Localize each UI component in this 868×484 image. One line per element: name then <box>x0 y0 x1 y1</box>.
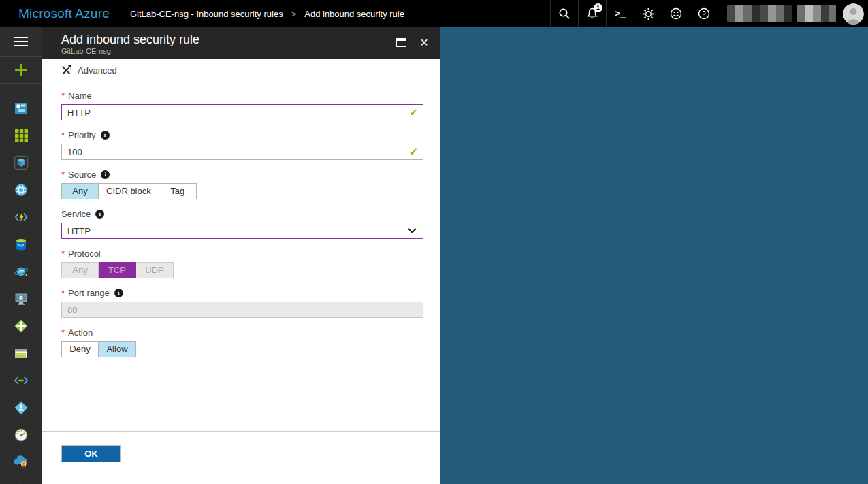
action-option-deny[interactable]: Deny <box>61 341 99 357</box>
action-toggle-group: Deny Allow <box>61 341 423 357</box>
sidebar-item-virtual-machines[interactable] <box>0 285 42 312</box>
azure-active-directory-icon <box>14 400 29 415</box>
notifications-button[interactable]: 1 <box>578 0 606 27</box>
protocol-field-group: * Protocol Any TCP UDP <box>61 248 423 278</box>
sidebar-item-resource-groups[interactable] <box>0 149 42 176</box>
blade-toolbar: Advanced <box>42 59 440 82</box>
required-marker: * <box>61 170 65 180</box>
maximize-icon[interactable] <box>396 38 406 47</box>
cloud-shell-button[interactable]: >_ <box>606 0 634 27</box>
sidebar-item-security-center[interactable] <box>0 449 42 476</box>
breadcrumb-primary[interactable]: GitLab-CE-nsg - Inbound security rules <box>130 9 283 19</box>
help-button[interactable]: ? <box>690 0 718 27</box>
info-icon[interactable]: i <box>101 131 110 140</box>
service-select[interactable]: HTTP <box>61 223 423 239</box>
protocol-toggle-group: Any TCP UDP <box>61 262 423 278</box>
avatar-icon <box>843 3 864 25</box>
info-icon[interactable]: i <box>114 289 123 297</box>
sidebar-item-cosmos-db[interactable] <box>0 258 42 285</box>
blade-header: Add inbound security rule GitLab-CE-nsg … <box>42 27 440 59</box>
sidebar-item-virtual-networks[interactable] <box>0 367 42 394</box>
avatar[interactable] <box>843 3 864 25</box>
action-label: * Action <box>61 327 423 338</box>
protocol-option-tcp: TCP <box>99 262 136 278</box>
cosmos-db-icon <box>14 264 29 279</box>
notification-badge: 1 <box>594 3 602 12</box>
tools-icon <box>61 65 71 76</box>
name-label: * Name <box>61 91 423 101</box>
azure-logo[interactable]: Microsoft Azure <box>18 6 110 21</box>
page-subtitle: GitLab-CE-nsg <box>61 47 430 56</box>
name-input[interactable] <box>61 104 423 120</box>
user-directory-blurred <box>797 5 836 22</box>
footer-divider <box>42 431 440 432</box>
service-label: Service i <box>61 209 423 219</box>
priority-input[interactable] <box>61 144 423 160</box>
topbar-actions: 1 >_ <box>550 0 868 27</box>
dashboard-icon <box>14 101 29 116</box>
sidebar-item-app-services[interactable] <box>0 176 42 204</box>
sidebar-item-azure-active-directory[interactable] <box>0 394 42 421</box>
protocol-option-any: Any <box>61 262 99 278</box>
virtual-networks-icon <box>14 373 29 388</box>
storage-accounts-icon <box>14 346 29 361</box>
cloud-shell-icon: >_ <box>615 9 626 19</box>
protocol-label: * Protocol <box>61 248 423 259</box>
user-identity-redacted[interactable] <box>727 5 836 22</box>
info-icon[interactable]: i <box>101 170 110 179</box>
feedback-button[interactable] <box>662 0 690 27</box>
sql-databases-icon: SQL <box>14 237 29 252</box>
port-range-field-group: * Port range i <box>61 288 423 318</box>
sidebar-item-dashboard[interactable] <box>0 95 42 122</box>
rule-form: * Name ✓ * Priority i ✓ * Source <box>42 82 440 357</box>
function-apps-icon <box>14 210 29 225</box>
ok-button[interactable]: OK <box>61 445 121 462</box>
dimmed-portal-background <box>440 27 868 484</box>
virtual-machines-icon <box>14 291 29 306</box>
resource-groups-icon <box>14 155 29 170</box>
search-button[interactable] <box>550 0 578 27</box>
sidebar-item-function-apps[interactable] <box>0 204 42 231</box>
close-icon[interactable]: × <box>420 37 428 48</box>
protocol-option-udp: UDP <box>136 262 174 278</box>
info-icon[interactable]: i <box>95 210 104 219</box>
sidebar-item-sql-databases[interactable]: SQL <box>0 231 42 258</box>
new-plus-icon <box>14 63 29 78</box>
chevron-down-icon <box>408 228 417 233</box>
name-field-group: * Name ✓ <box>61 91 423 120</box>
app-services-icon <box>14 182 29 197</box>
security-center-icon <box>13 455 29 470</box>
required-marker: * <box>61 327 65 338</box>
source-option-cidr-block[interactable]: CIDR block <box>99 183 159 199</box>
sidebar-item-load-balancers[interactable] <box>0 312 42 340</box>
required-marker: * <box>61 130 65 140</box>
svg-text:?: ? <box>702 10 706 18</box>
action-option-allow[interactable]: Allow <box>99 341 136 357</box>
gear-icon <box>641 7 656 21</box>
left-nav-sidebar: SQL <box>0 27 42 484</box>
source-label: * Source i <box>61 170 423 180</box>
port-range-label: * Port range i <box>61 288 423 298</box>
action-field-group: * Action Deny Allow <box>61 327 423 357</box>
breadcrumb: GitLab-CE-nsg - Inbound security rules >… <box>130 9 404 19</box>
sidebar-item-menu[interactable] <box>0 27 42 57</box>
load-balancers-icon <box>14 319 29 334</box>
blade-window-controls: × <box>396 37 428 48</box>
source-option-any[interactable]: Any <box>61 183 99 199</box>
all-resources-icon <box>14 129 29 143</box>
required-marker: * <box>61 91 65 101</box>
required-marker: * <box>61 248 65 259</box>
sidebar-item-new[interactable] <box>0 57 42 84</box>
source-option-tag[interactable]: Tag <box>159 183 197 199</box>
advanced-label: Advanced <box>78 65 117 76</box>
sidebar-collapse-button[interactable] <box>0 476 42 484</box>
sidebar-item-monitor[interactable] <box>0 421 42 449</box>
sidebar-item-storage-accounts[interactable] <box>0 340 42 367</box>
advanced-button[interactable]: Advanced <box>61 65 117 76</box>
top-bar: Microsoft Azure GitLab-CE-nsg - Inbound … <box>0 0 868 27</box>
sidebar-item-all-resources[interactable] <box>0 122 42 149</box>
priority-label: * Priority i <box>61 130 423 140</box>
priority-field-group: * Priority i ✓ <box>61 130 423 160</box>
search-icon <box>558 7 571 20</box>
settings-button[interactable] <box>634 0 662 27</box>
